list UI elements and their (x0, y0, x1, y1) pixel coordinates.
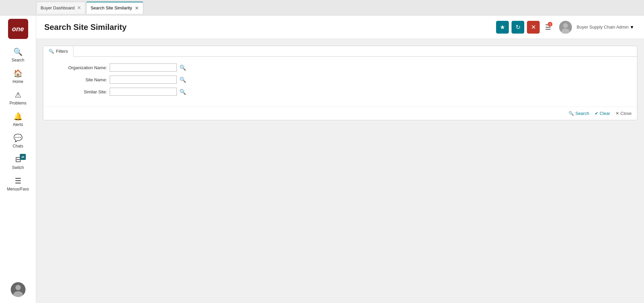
user-name: Buyer Supply Chain Admin (577, 25, 629, 30)
filters-body: Organization Name: 🔍 Site Name: 🔍 Simila… (43, 57, 637, 106)
user-dropdown[interactable]: Buyer Supply Chain Admin ▾ (574, 23, 636, 32)
filter-icon: 🔍 (49, 49, 54, 54)
similar-site-input[interactable] (110, 88, 177, 96)
filters-tab[interactable]: 🔍 Filters (43, 46, 73, 57)
switch-badge: ⇄ (20, 154, 26, 160)
svg-point-1 (15, 285, 21, 290)
site-name-search-icon[interactable]: 🔍 (179, 77, 186, 83)
similar-site-label: Similar Site: (53, 89, 107, 94)
search-action-link[interactable]: 🔍 Search (569, 111, 589, 116)
content-header: Search Site Similarity ★ ↻ ✕ ☰ 1 (36, 15, 644, 39)
sidebar-item-problems-label: Problems (9, 101, 26, 105)
favorite-button[interactable]: ★ (496, 21, 509, 34)
sidebar-item-home-label: Home (12, 79, 23, 84)
org-name-search-icon[interactable]: 🔍 (179, 64, 186, 71)
menus-favs-icon: ☰ (15, 177, 21, 185)
close-action-link[interactable]: ✕ Close (615, 111, 632, 116)
page-title: Search Site Similarity (44, 23, 126, 32)
tab-bar: Buyer Dashboard ✕ Search Site Similarity… (0, 0, 644, 15)
sidebar-item-search[interactable]: 🔍 Search (0, 44, 36, 66)
refresh-button[interactable]: ↻ (512, 21, 524, 34)
search-link-icon: 🔍 (569, 111, 574, 116)
close-link-label: Close (621, 111, 632, 116)
search-link-label: Search (575, 111, 589, 116)
tab-label-active: Search Site Similarity (91, 5, 132, 10)
sidebar-item-problems[interactable]: ⚠ Problems (0, 87, 36, 109)
search-icon: 🔍 (13, 48, 22, 56)
org-name-input[interactable] (110, 63, 177, 72)
site-name-label: Site Name: (53, 77, 107, 82)
sidebar-item-switch[interactable]: ⊟ ⇄ Switch (0, 152, 36, 173)
filters-panel: 🔍 Filters Organization Name: 🔍 Site Name… (43, 46, 637, 120)
sidebar-item-menus-favs[interactable]: ☰ Menus/Favs (0, 173, 36, 195)
sidebar-item-menus-favs-label: Menus/Favs (7, 187, 29, 191)
sidebar-item-alerts[interactable]: 🔔 Alerts (0, 109, 36, 130)
notification-badge: 1 (548, 22, 552, 27)
home-icon: 🏠 (13, 69, 22, 78)
tab-search-site-similarity[interactable]: Search Site Similarity ✕ (86, 2, 143, 14)
header-right: ★ ↻ ✕ ☰ 1 Buyer Suppl (496, 21, 636, 34)
sidebar-item-alerts-label: Alerts (13, 122, 23, 127)
filters-footer: 🔍 Search ✔ Clear ✕ Close (43, 106, 637, 120)
problems-icon: ⚠ (15, 91, 21, 99)
clear-action-link[interactable]: ✔ Clear (595, 111, 610, 116)
logo-text: one (12, 25, 24, 33)
sidebar: one 🔍 Search 🏠 Home ⚠ Problems 🔔 Alerts … (0, 15, 36, 303)
tab-close-buyer-dashboard[interactable]: ✕ (77, 5, 81, 10)
org-name-label: Organization Name: (53, 65, 107, 70)
avatar-header-image (559, 21, 572, 34)
logo[interactable]: one (8, 19, 28, 39)
sidebar-item-switch-label: Switch (12, 165, 24, 170)
user-avatar-header (559, 21, 572, 34)
alerts-icon: 🔔 (13, 112, 22, 121)
filters-tab-row: 🔍 Filters (43, 46, 637, 57)
content-area: Search Site Similarity ★ ↻ ✕ ☰ 1 (36, 15, 644, 303)
clear-link-icon: ✔ (595, 111, 598, 116)
sidebar-item-home[interactable]: 🏠 Home (0, 66, 36, 87)
filter-row-similar-site: Similar Site: 🔍 (53, 88, 627, 96)
tab-close-search-site-similarity[interactable]: ✕ (135, 6, 139, 10)
filter-row-site-name: Site Name: 🔍 (53, 76, 627, 84)
svg-point-4 (563, 23, 568, 28)
filters-tab-label: Filters (56, 49, 68, 54)
sidebar-item-chats[interactable]: 💬 Chats (0, 130, 36, 152)
chats-icon: 💬 (13, 134, 22, 142)
filter-row-org-name: Organization Name: 🔍 (53, 63, 627, 72)
tab-buyer-dashboard[interactable]: Buyer Dashboard ✕ (36, 2, 86, 14)
close-page-button[interactable]: ✕ (527, 21, 540, 34)
sidebar-item-chats-label: Chats (13, 144, 23, 148)
avatar-image (11, 282, 25, 297)
clear-link-label: Clear (600, 111, 610, 116)
dropdown-chevron-icon: ▾ (631, 24, 633, 30)
close-link-icon: ✕ (615, 111, 619, 116)
page-content: 🔍 Filters Organization Name: 🔍 Site Name… (36, 39, 644, 303)
sidebar-item-search-label: Search (11, 58, 24, 62)
tab-label: Buyer Dashboard (41, 5, 74, 10)
site-name-input[interactable] (110, 76, 177, 84)
user-avatar-sidebar[interactable] (11, 282, 25, 297)
similar-site-search-icon[interactable]: 🔍 (179, 89, 186, 95)
